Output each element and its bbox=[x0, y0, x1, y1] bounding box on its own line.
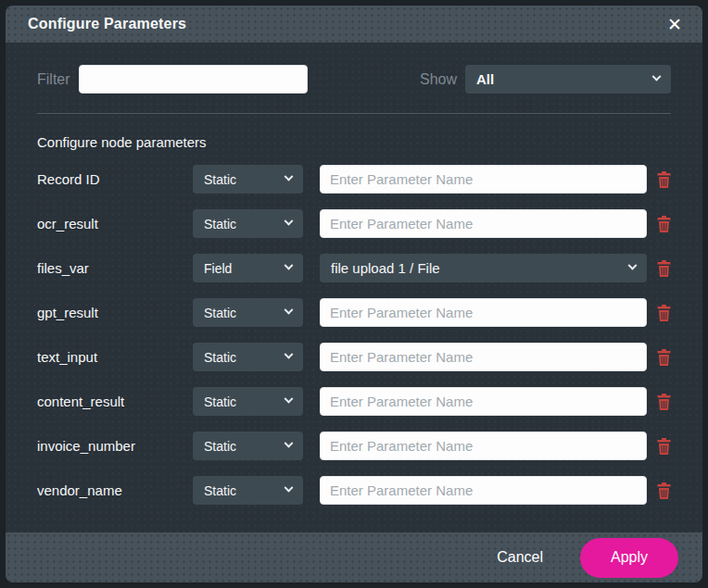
parameter-type-select[interactable]: Static bbox=[193, 387, 303, 416]
parameter-type-value: Field bbox=[204, 261, 232, 276]
parameter-value-text: file upload 1 / File bbox=[331, 260, 440, 276]
chevron-down-icon bbox=[284, 261, 294, 270]
chevron-down-icon bbox=[284, 306, 294, 315]
chevron-down-icon bbox=[652, 72, 662, 81]
chevron-down-icon bbox=[284, 350, 294, 359]
configure-parameters-modal: Configure Parameters ✕ Filter Show All C… bbox=[6, 6, 702, 582]
parameter-name-label: Record ID bbox=[37, 171, 193, 187]
parameter-type-value: Static bbox=[204, 172, 236, 187]
parameter-value-input[interactable] bbox=[320, 387, 647, 416]
close-icon[interactable]: ✕ bbox=[667, 16, 682, 33]
parameter-value-cell bbox=[320, 432, 647, 460]
trash-icon[interactable] bbox=[656, 216, 671, 232]
parameter-row: files_var Field file upload 1 / File bbox=[37, 254, 671, 282]
filter-input[interactable] bbox=[79, 65, 308, 94]
chevron-down-icon bbox=[628, 261, 638, 270]
parameter-name-label: invoice_number bbox=[37, 438, 193, 454]
modal-body: Filter Show All Configure node parameter… bbox=[6, 43, 702, 532]
parameter-type-select[interactable]: Static bbox=[193, 476, 303, 505]
show-select[interactable]: All bbox=[465, 65, 671, 94]
parameter-value-input[interactable] bbox=[320, 209, 647, 238]
divider bbox=[37, 113, 671, 114]
parameter-type-select[interactable]: Static bbox=[193, 343, 303, 371]
parameter-row: invoice_number Static bbox=[37, 432, 671, 460]
trash-icon[interactable] bbox=[656, 171, 671, 188]
parameter-value-cell bbox=[320, 476, 647, 505]
parameter-type-select[interactable]: Field bbox=[193, 254, 303, 282]
chevron-down-icon bbox=[284, 217, 294, 226]
parameter-value-select[interactable]: file upload 1 / File bbox=[320, 254, 647, 282]
parameter-type-select[interactable]: Static bbox=[193, 165, 303, 194]
modal-footer: Cancel Apply bbox=[6, 532, 702, 582]
show-select-value: All bbox=[476, 71, 494, 87]
parameter-type-value: Static bbox=[204, 394, 236, 409]
section-heading: Configure node parameters bbox=[37, 134, 671, 150]
parameter-type-value: Static bbox=[204, 439, 236, 454]
parameter-value-cell bbox=[320, 165, 647, 194]
chevron-down-icon bbox=[284, 172, 294, 181]
parameter-name-label: content_result bbox=[37, 394, 193, 409]
filter-group: Filter bbox=[37, 65, 308, 94]
parameter-row: text_input Static bbox=[37, 343, 671, 371]
parameter-value-cell bbox=[320, 387, 647, 416]
parameter-value-cell bbox=[320, 343, 647, 371]
filter-label: Filter bbox=[37, 71, 70, 88]
trash-icon[interactable] bbox=[656, 349, 671, 366]
cancel-button[interactable]: Cancel bbox=[497, 549, 543, 566]
parameter-type-select[interactable]: Static bbox=[193, 298, 303, 327]
trash-icon[interactable] bbox=[656, 394, 671, 410]
parameter-row: content_result Static bbox=[37, 387, 671, 416]
trash-icon[interactable] bbox=[656, 305, 671, 321]
trash-icon[interactable] bbox=[656, 482, 671, 499]
parameter-row: Record ID Static bbox=[37, 165, 671, 194]
chevron-down-icon bbox=[284, 483, 294, 493]
parameter-name-label: files_var bbox=[37, 260, 193, 276]
parameter-type-select[interactable]: Static bbox=[193, 432, 303, 460]
parameter-type-value: Static bbox=[204, 350, 236, 365]
parameter-row: gpt_result Static bbox=[37, 298, 671, 327]
parameter-row: vendor_name Static bbox=[37, 476, 671, 505]
parameter-name-label: text_input bbox=[37, 349, 193, 365]
chevron-down-icon bbox=[284, 394, 294, 404]
parameter-type-select[interactable]: Static bbox=[193, 209, 303, 238]
parameter-type-value: Static bbox=[204, 483, 236, 498]
trash-icon[interactable] bbox=[656, 260, 671, 277]
parameter-name-label: vendor_name bbox=[37, 482, 193, 498]
parameter-name-label: gpt_result bbox=[37, 305, 193, 320]
filter-row: Filter Show All bbox=[37, 65, 671, 94]
chevron-down-icon bbox=[284, 439, 294, 448]
trash-icon[interactable] bbox=[656, 438, 671, 455]
parameter-value-cell bbox=[320, 298, 647, 327]
parameter-value-cell: file upload 1 / File bbox=[320, 254, 647, 282]
parameter-type-value: Static bbox=[204, 306, 236, 320]
modal-header: Configure Parameters ✕ bbox=[6, 6, 702, 43]
parameter-row: ocr_result Static bbox=[37, 209, 671, 238]
parameter-value-cell bbox=[320, 209, 647, 238]
parameter-value-input[interactable] bbox=[320, 298, 647, 327]
modal-title: Configure Parameters bbox=[28, 16, 186, 32]
parameter-value-input[interactable] bbox=[320, 432, 647, 460]
parameter-name-label: ocr_result bbox=[37, 216, 193, 231]
show-label: Show bbox=[420, 71, 457, 88]
parameter-rows: Record ID Static ocr_result Static bbox=[37, 165, 671, 505]
parameter-value-input[interactable] bbox=[320, 476, 647, 505]
show-group: Show All bbox=[420, 65, 671, 94]
apply-button[interactable]: Apply bbox=[580, 538, 678, 578]
parameter-type-value: Static bbox=[204, 217, 236, 231]
parameter-value-input[interactable] bbox=[320, 343, 647, 371]
parameter-value-input[interactable] bbox=[320, 165, 647, 194]
